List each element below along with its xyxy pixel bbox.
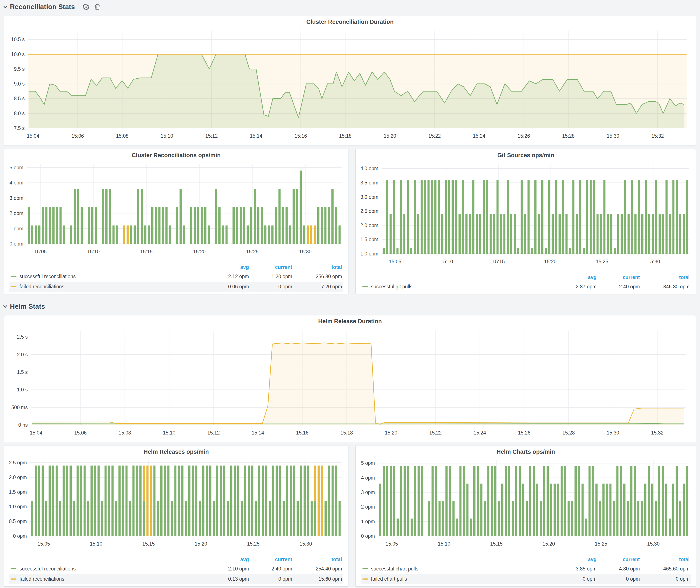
x-tick-label: 15:26 xyxy=(518,430,531,436)
bar-successful xyxy=(289,225,291,244)
section-toggle-reconciliation-stats[interactable]: Reconciliation Stats xyxy=(3,3,75,11)
gear-icon[interactable] xyxy=(82,3,90,11)
panel-title: Helm Charts ops/min xyxy=(356,449,696,455)
bar-successful xyxy=(248,465,250,536)
y-tick-label: 0 opm xyxy=(10,241,23,247)
legend-col-avg[interactable]: avg xyxy=(210,264,249,270)
bar-successful xyxy=(272,465,274,536)
helm-releases-opm-chart[interactable]: 15:0515:1015:1515:2015:2515:300 opm0.5 o… xyxy=(5,457,347,549)
bar-successful xyxy=(602,484,605,536)
bar-successful xyxy=(592,466,594,536)
cluster-reconciliation-duration-svg[interactable]: 15:0415:0615:0815:1015:1215:1415:1615:18… xyxy=(5,27,695,144)
bar-successful xyxy=(470,519,472,536)
legend-col-current[interactable]: current xyxy=(249,557,292,562)
legend-col-current[interactable]: current xyxy=(597,275,640,280)
trash-icon[interactable] xyxy=(94,3,101,11)
bar-successful xyxy=(410,248,412,254)
legend-stat-total: 0 opm xyxy=(640,576,691,582)
bar-successful xyxy=(383,248,385,254)
bar-successful xyxy=(414,180,416,254)
bar-successful xyxy=(554,484,556,536)
bar-successful xyxy=(552,214,554,254)
legend-series-name[interactable]: failed reconciliations xyxy=(9,576,210,582)
legend-col-total[interactable]: total xyxy=(640,275,691,280)
bar-successful xyxy=(220,465,222,536)
legend-stat-avg: 0 opm xyxy=(558,576,597,582)
bar-successful xyxy=(458,214,461,254)
helm-releases-opm-svg[interactable]: 15:0515:1015:1515:2015:2515:300 opm0.5 o… xyxy=(5,457,347,549)
helm-release-duration-chart[interactable]: 15:0415:0615:0815:1015:1215:1415:1615:18… xyxy=(5,326,695,441)
cluster-reconciliation-duration-chart[interactable]: 15:0415:0615:0815:1015:1215:1415:1615:18… xyxy=(5,27,695,144)
legend-col-current[interactable]: current xyxy=(597,557,640,562)
bar-successful xyxy=(108,465,110,536)
helm-charts-opm-chart[interactable]: 15:0515:1015:1515:2015:2515:300 opm1 opm… xyxy=(357,457,695,549)
bar-successful xyxy=(679,501,681,536)
bar-successful xyxy=(659,214,661,254)
section-toggle-helm-stats[interactable]: Helm Stats xyxy=(3,303,45,310)
legend-series-name[interactable]: failed reconciliations xyxy=(9,284,210,290)
legend-series-name[interactable]: successful reconciliations xyxy=(9,566,210,572)
bar-successful xyxy=(651,484,653,536)
bar-successful xyxy=(610,214,613,254)
bar-successful xyxy=(522,484,524,536)
bar-successful xyxy=(243,207,245,244)
legend-series-name[interactable]: successful reconciliations xyxy=(9,274,210,279)
legend-col-avg[interactable]: avg xyxy=(558,557,597,562)
bar-successful xyxy=(331,189,334,244)
bar-successful xyxy=(45,207,48,244)
bar-successful xyxy=(197,207,199,244)
legend-series-name[interactable]: failed chart pulls xyxy=(361,576,558,582)
bar-successful xyxy=(676,466,678,536)
legend-stat-total: 15.60 opm xyxy=(292,576,343,582)
bar-successful xyxy=(547,466,549,536)
bar-successful xyxy=(101,501,103,536)
legend-series-name[interactable]: successful git pulls xyxy=(361,284,558,290)
bar-failed xyxy=(321,465,323,536)
bar-successful xyxy=(616,466,619,536)
legend-header: avgcurrenttotal xyxy=(361,555,691,564)
bar-successful xyxy=(606,484,608,536)
legend-col-total[interactable]: total xyxy=(292,557,343,562)
bar-successful xyxy=(139,465,142,536)
bar-successful xyxy=(155,207,157,244)
bar-successful xyxy=(113,225,115,244)
git-sources-opm-chart[interactable]: 15:0515:1015:1515:2015:2515:301.0 opm1.5… xyxy=(357,160,695,267)
bar-successful xyxy=(386,466,388,536)
legend-col-current[interactable]: current xyxy=(249,264,292,270)
legend-series-name[interactable]: successful chart pulls xyxy=(361,566,558,572)
x-tick-label: 15:20 xyxy=(384,133,396,139)
legend-col-total[interactable]: total xyxy=(640,557,691,562)
legend-col-avg[interactable]: avg xyxy=(210,557,249,562)
bar-successful xyxy=(533,466,535,536)
bar-successful xyxy=(569,248,571,254)
bar-successful xyxy=(102,189,104,244)
legend-stat-total: 256.80 opm xyxy=(292,274,343,279)
bar-failed xyxy=(150,465,152,536)
cluster-reconciliations-opm-svg[interactable]: 15:0515:1015:1515:2015:2515:300 opm1 opm… xyxy=(5,160,347,257)
bar-successful xyxy=(95,207,97,244)
legend-row: successful chart pulls3.85 opm4.80 opm46… xyxy=(361,564,691,574)
bar-failed xyxy=(123,225,125,244)
legend-stat-avg: 2.10 opm xyxy=(210,566,249,572)
x-tick-label: 15:25 xyxy=(247,541,260,547)
bar-successful xyxy=(568,501,570,536)
bar-successful xyxy=(250,207,252,244)
x-tick-label: 15:24 xyxy=(474,430,486,436)
cluster-reconciliations-opm-chart[interactable]: 15:0515:1015:1515:2015:2515:300 opm1 opm… xyxy=(5,160,347,257)
x-tick-label: 15:20 xyxy=(542,541,555,547)
bar-successful xyxy=(88,207,90,244)
bar-successful xyxy=(665,484,667,536)
helm-release-duration-svg[interactable]: 15:0415:0615:0815:1015:1215:1415:1615:18… xyxy=(5,326,695,441)
legend-header: avgcurrenttotal xyxy=(9,263,343,271)
bar-successful xyxy=(151,207,153,244)
legend-col-total[interactable]: total xyxy=(292,264,343,270)
bar-successful xyxy=(230,465,232,536)
series-area-failed-release-duration xyxy=(32,343,684,425)
helm-charts-opm-svg[interactable]: 15:0515:1015:1515:2015:2515:300 opm1 opm… xyxy=(357,457,695,549)
legend-stat-current: 0 opm xyxy=(597,576,640,582)
bar-successful xyxy=(264,225,266,244)
bar-successful xyxy=(407,466,409,536)
git-sources-opm-svg[interactable]: 15:0515:1015:1515:2015:2515:301.0 opm1.5… xyxy=(357,160,695,267)
legend-col-avg[interactable]: avg xyxy=(558,275,597,280)
legend-helm-charts: avgcurrenttotalsuccessful chart pulls3.8… xyxy=(361,555,691,584)
